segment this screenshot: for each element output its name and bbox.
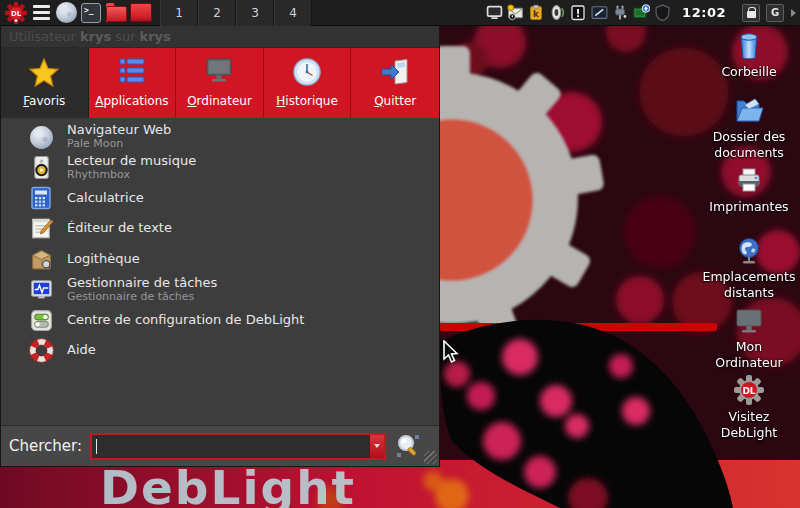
header-hostname: krys: [140, 29, 171, 44]
desktop-icon-printers[interactable]: Imprimantes: [700, 166, 798, 215]
network-icon[interactable]: [632, 4, 650, 22]
menu-tab-bar: Favoris Applications: [1, 48, 439, 118]
file-manager-icon[interactable]: [104, 1, 128, 25]
desktop-icon-my-computer[interactable]: Mon Ordinateur: [700, 306, 798, 370]
header-username: krys: [80, 29, 111, 44]
menu-item-text-editor[interactable]: Éditeur de texte: [1, 214, 439, 245]
computer-icon: [203, 57, 235, 85]
workspace-1[interactable]: 1: [160, 0, 198, 26]
desktop-icon-label: Visitez DebLight: [702, 409, 796, 440]
desktop-icon-label: Mon Ordinateur: [702, 339, 796, 370]
task-manager-icon: [28, 277, 54, 303]
tab-favoris[interactable]: Favoris: [1, 48, 89, 118]
clipboard-manager-icon[interactable]: k: [527, 4, 545, 22]
menu-item-calculator[interactable]: Calculatrice: [1, 183, 439, 214]
tab-label: Quitter: [374, 94, 416, 108]
tab-label: Favoris: [23, 94, 65, 108]
menu-item-software-center[interactable]: Logithèque: [1, 244, 439, 275]
desktop-icon-trash[interactable]: Corbeille: [700, 31, 798, 80]
search-label: Chercher:: [9, 437, 82, 455]
menu-item-web-browser[interactable]: Navigateur WebPale Moon: [1, 122, 439, 153]
remote-globe-icon: [734, 236, 764, 266]
tab-label: Historique: [276, 94, 338, 108]
computer-icon: [733, 306, 765, 336]
svg-text:DL: DL: [11, 9, 22, 17]
calculator-icon: [28, 185, 54, 211]
tab-label: Ordinateur: [187, 94, 252, 108]
workspace-2[interactable]: 2: [198, 0, 236, 26]
workspace-3[interactable]: 3: [236, 0, 274, 26]
alert-clipboard-icon[interactable]: !: [569, 4, 587, 22]
desktop-screen: DebLight Corbeille Dossier des documents: [0, 0, 800, 508]
clock[interactable]: 12:02: [682, 5, 726, 20]
red-window-icon[interactable]: [129, 1, 153, 25]
desktop-icon-area: Corbeille Dossier des documents Impriman…: [700, 26, 798, 486]
wallpaper-brand-text: DebLight: [100, 460, 356, 508]
search-dropdown-button[interactable]: [369, 435, 384, 458]
display-tray-icon[interactable]: [485, 4, 503, 22]
svg-text:!: !: [576, 8, 581, 19]
header-word: Utilisateur: [9, 29, 76, 44]
music-player-icon: [28, 155, 54, 181]
tab-applications[interactable]: Applications: [89, 48, 177, 118]
desktop-icon-visit-deblight[interactable]: DL Visitez DebLight: [700, 374, 798, 440]
tab-quitter[interactable]: Quitter: [351, 48, 439, 118]
svg-text:k: k: [533, 9, 540, 19]
header-word: sur: [115, 29, 135, 44]
text-editor-icon: [28, 216, 54, 242]
logout-door-icon: [380, 57, 410, 87]
lock-icon: [747, 11, 756, 18]
application-menu: Utilisateur krys sur krys Favoris: [0, 26, 440, 467]
desktop-icon-label: Dossier des documents: [702, 129, 796, 160]
volume-icon[interactable]: [548, 4, 566, 22]
menu-item-task-manager[interactable]: Gestionnaire de tâchesGestionnaire de tâ…: [1, 275, 439, 306]
screen-tool-icon[interactable]: [590, 4, 608, 22]
desktop-icon-label: Corbeille: [702, 64, 796, 80]
svg-text:DL: DL: [742, 386, 755, 396]
deblight-logo-icon[interactable]: DL: [4, 1, 28, 25]
search-input[interactable]: [92, 435, 369, 458]
desktop-icon-label: Emplacements distants: [702, 269, 796, 300]
tab-label: Applications: [95, 94, 168, 108]
printer-icon: [734, 166, 764, 196]
system-tray: k ! 12:02 G: [485, 4, 796, 22]
web-browser-icon: [28, 124, 54, 150]
tab-historique[interactable]: Historique: [264, 48, 352, 118]
text-caret: [96, 439, 97, 454]
applications-list-icon: [117, 57, 147, 85]
menu-item-list: Navigateur WebPale Moon Lecteur de musiq…: [1, 118, 439, 425]
search-icon[interactable]: [395, 433, 421, 459]
workspace-pager: 1 2 3 4: [160, 0, 312, 26]
menu-item-control-center[interactable]: Centre de configuration de DebLight: [1, 305, 439, 336]
menu-item-help[interactable]: Aide: [1, 336, 439, 367]
desktop-icon-documents[interactable]: Dossier des documents: [700, 96, 798, 160]
history-clock-icon: [292, 57, 322, 87]
palemoon-browser-icon[interactable]: [54, 1, 78, 25]
menu-item-music-player[interactable]: Lecteur de musiqueRhythmbox: [1, 153, 439, 184]
power-plug-icon[interactable]: [611, 4, 629, 22]
software-center-icon: [28, 246, 54, 272]
help-lifebuoy-icon: [28, 338, 54, 364]
search-field: [90, 433, 386, 460]
menu-user-header: Utilisateur krys sur krys: [1, 26, 439, 48]
menu-hamburger-icon[interactable]: [29, 1, 53, 25]
star-icon: [28, 57, 60, 87]
menu-search-bar: Chercher:: [1, 425, 439, 466]
resize-grip[interactable]: [424, 451, 437, 464]
control-center-icon: [28, 307, 54, 333]
documents-folder-icon: [733, 96, 765, 126]
g-button[interactable]: G: [766, 4, 784, 22]
deblight-gear-icon: DL: [733, 374, 765, 406]
mail-notification-icon[interactable]: [506, 4, 524, 22]
mouse-cursor: [441, 340, 459, 364]
trash-icon: [734, 31, 764, 61]
tab-ordinateur[interactable]: Ordinateur: [176, 48, 264, 118]
lock-button[interactable]: [742, 4, 760, 22]
shield-icon[interactable]: [653, 4, 671, 22]
desktop-icon-remote-locations[interactable]: Emplacements distants: [700, 236, 798, 300]
desktop-icon-label: Imprimantes: [702, 199, 796, 215]
taskbar: DL >_ 1 2 3 4: [0, 0, 800, 26]
workspace-4[interactable]: 4: [274, 0, 312, 26]
tray-expand-arrow-icon[interactable]: [791, 9, 796, 17]
terminal-icon[interactable]: >_: [79, 1, 103, 25]
